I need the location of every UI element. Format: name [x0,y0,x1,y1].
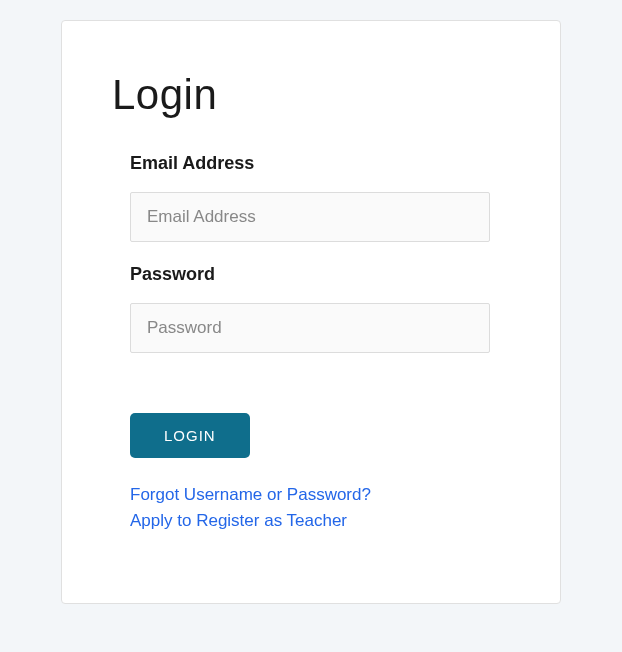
links-area: Forgot Username or Password? Apply to Re… [130,482,510,533]
page-title: Login [112,71,510,119]
register-teacher-link[interactable]: Apply to Register as Teacher [130,508,510,534]
button-row: LOGIN [130,413,510,458]
password-group: Password [130,264,510,353]
login-card: Login Email Address Password LOGIN Forgo… [61,20,561,604]
email-field[interactable] [130,192,490,242]
login-button[interactable]: LOGIN [130,413,250,458]
forgot-link[interactable]: Forgot Username or Password? [130,482,510,508]
password-field[interactable] [130,303,490,353]
email-group: Email Address [130,153,510,242]
password-label: Password [130,264,510,285]
login-form: Email Address Password LOGIN Forgot User… [112,153,510,533]
email-label: Email Address [130,153,510,174]
